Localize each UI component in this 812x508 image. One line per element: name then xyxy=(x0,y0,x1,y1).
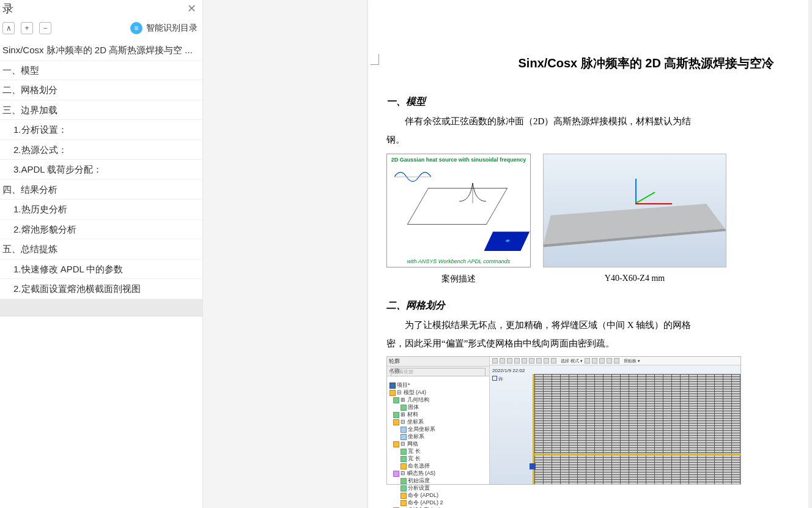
toolbar-icon[interactable] xyxy=(544,358,549,364)
mesh-tree-list[interactable]: 项目*⊟ 模型 (A4)⊞ 几何结构固体⊞ 材料⊟ 坐标系全局坐标系坐标系⊟ 网… xyxy=(389,381,487,508)
section-1-line-1: 伴有余弦或正弦函数的脉冲面（2D）高斯热源焊接模拟，材料默认为结 xyxy=(386,112,812,130)
section-1-line-2: 钢。 xyxy=(386,135,405,144)
figure-2-plate xyxy=(543,204,726,247)
outline-item[interactable]: 1.快速修改 APDL 中的参数 xyxy=(0,260,202,280)
section-2-line-1: 为了让模拟结果无坏点，更加精确，将焊缝区域（中间 X 轴线）的网格 xyxy=(386,316,812,334)
outline-item[interactable]: 3.APDL 载荷步分配： xyxy=(0,160,202,180)
outline-item[interactable]: 1.热历史分析 xyxy=(0,200,202,220)
figure-1-plate xyxy=(407,188,508,225)
outline-item-blank[interactable] xyxy=(0,299,202,316)
outline-item[interactable]: 一、模型 xyxy=(0,61,202,81)
outline-list: Sinx/Cosx 脉冲频率的 2D 高斯热源焊接与空 ...一、模型二、网格划… xyxy=(0,40,202,508)
mesh-view-toolbar[interactable]: 选择 模式 ▾ 剪贴板 ▾ xyxy=(490,357,740,365)
figure-1-caption: 案例描述 xyxy=(441,274,476,285)
scrollbar[interactable] xyxy=(808,0,812,508)
section-2-line-2: 密，因此采用“偏置”形式使网格由中线向两面由密到疏。 xyxy=(386,338,615,348)
figure-1-bottom-text: with ANSYS Workbench APDL commands xyxy=(387,258,530,264)
section-2-body: 为了让模拟结果无坏点，更加精确，将焊缝区域（中间 X 轴线）的网格 密，因此采用… xyxy=(386,316,812,353)
figure-1-inset xyxy=(484,232,530,251)
outline-item[interactable]: 2.熔池形貌分析 xyxy=(0,220,202,240)
figure-2: Y40-X60-Z4 mm xyxy=(543,154,726,283)
gaussian-peak-icon xyxy=(459,180,490,204)
outline-toolbar: ∧ + − ≡ 智能识别目录 xyxy=(0,20,202,40)
document-viewer[interactable]: Sinx/Cosx 脉冲频率的 2D 高斯热源焊接与空冷 2022. 一、模型 … xyxy=(203,0,812,508)
sine-wave-icon xyxy=(394,170,431,184)
close-icon[interactable]: ✕ xyxy=(187,3,196,14)
toolbar-icon[interactable] xyxy=(507,358,512,364)
outline-item[interactable]: 二、网格划分 xyxy=(0,80,202,100)
smart-toc-label: 智能识别目录 xyxy=(146,23,197,34)
figure-1-top-text: 2D Gaussian heat source with sinusoidal … xyxy=(387,157,530,163)
mesh-tab-outline[interactable]: 轮廓 xyxy=(389,357,400,365)
toolbar-icon[interactable] xyxy=(514,358,520,364)
add-level-button[interactable]: + xyxy=(21,22,33,34)
outline-icon-group: ∧ + − xyxy=(2,22,51,34)
mesh-view: 选择 模式 ▾ 剪贴板 ▾ 2022/1/9 22:02 许 xyxy=(490,357,740,484)
outline-item[interactable]: 三、边界加载 xyxy=(0,100,202,121)
toolbar-icon[interactable] xyxy=(500,358,505,364)
smart-toc-button[interactable]: ≡ 智能识别目录 xyxy=(130,22,197,34)
outline-panel: 录 ✕ ∧ + − ≡ 智能识别目录 Sinx/Cosx 脉冲频率的 2D 高斯… xyxy=(0,0,203,508)
toolbar-icon[interactable] xyxy=(599,358,605,364)
figure-row-1: 2D Gaussian heat source with sinusoidal … xyxy=(386,154,812,285)
outline-item[interactable]: 五、总结提炼 xyxy=(0,239,202,260)
toolbar-icon[interactable] xyxy=(522,358,527,364)
figure-1-image: 2D Gaussian heat source with sinusoidal … xyxy=(386,154,531,267)
figure-2-caption: Y40-X60-Z4 mm xyxy=(605,274,665,283)
outline-item[interactable]: Sinx/Cosx 脉冲频率的 2D 高斯热源焊接与空 ... xyxy=(0,40,202,61)
document-date: 2022. xyxy=(386,83,812,93)
toolbar-icon[interactable] xyxy=(551,358,556,364)
mesh-screenshot: 轮廓 名称 搜索依据 项目*⊟ 模型 (A4)⊞ 几何结构固体⊞ 材料⊟ 坐标系… xyxy=(386,356,741,485)
outline-item[interactable]: 2.定截面设置熔池横截面剖视图 xyxy=(0,279,202,299)
collapse-up-button[interactable]: ∧ xyxy=(2,22,15,34)
document-page: Sinx/Cosx 脉冲频率的 2D 高斯热源焊接与空冷 2022. 一、模型 … xyxy=(368,0,812,508)
outline-item[interactable]: 四、结果分析 xyxy=(0,180,202,200)
toolbar-icon[interactable] xyxy=(614,358,619,364)
toolbar-icon[interactable] xyxy=(607,358,612,364)
outline-title: 录 xyxy=(2,1,13,16)
document-title: Sinx/Cosx 脉冲频率的 2D 高斯热源焊接与空冷 xyxy=(386,55,812,72)
section-1-heading: 一、模型 xyxy=(386,95,812,108)
figure-1: 2D Gaussian heat source with sinusoidal … xyxy=(386,154,531,285)
mesh-search-input[interactable]: 搜索依据 xyxy=(391,368,485,376)
toolbar-icon[interactable] xyxy=(529,358,534,364)
toolbar-icon[interactable] xyxy=(492,358,498,364)
smart-toc-icon: ≡ xyxy=(130,22,142,34)
toolbar-icon[interactable] xyxy=(536,358,542,364)
outline-item[interactable]: 1.分析设置： xyxy=(0,120,202,140)
mesh-handle-icon xyxy=(530,463,536,469)
outline-header: 录 ✕ xyxy=(0,0,202,20)
section-2-heading: 二、网格划分 xyxy=(386,299,812,312)
mesh-tree-tabs: 轮廓 xyxy=(387,357,489,367)
toolbar-icon[interactable] xyxy=(592,358,597,364)
mesh-grid xyxy=(533,374,740,484)
toolbar-icon[interactable] xyxy=(585,358,590,364)
mesh-legend: 2022/1/9 22:02 许 xyxy=(492,368,525,383)
mesh-tree-panel: 轮廓 名称 搜索依据 项目*⊟ 模型 (A4)⊞ 几何结构固体⊞ 材料⊟ 坐标系… xyxy=(387,357,490,484)
section-1-body: 伴有余弦或正弦函数的脉冲面（2D）高斯热源焊接模拟，材料默认为结 钢。 xyxy=(386,112,812,149)
outline-item[interactable]: 2.热源公式： xyxy=(0,140,202,160)
mesh-legend-label: 许 xyxy=(498,376,503,382)
page-corner-mark xyxy=(371,54,379,65)
figure-2-image xyxy=(543,154,726,267)
mesh-timestamp: 2022/1/9 22:02 xyxy=(492,368,525,373)
remove-level-button[interactable]: − xyxy=(39,22,51,34)
